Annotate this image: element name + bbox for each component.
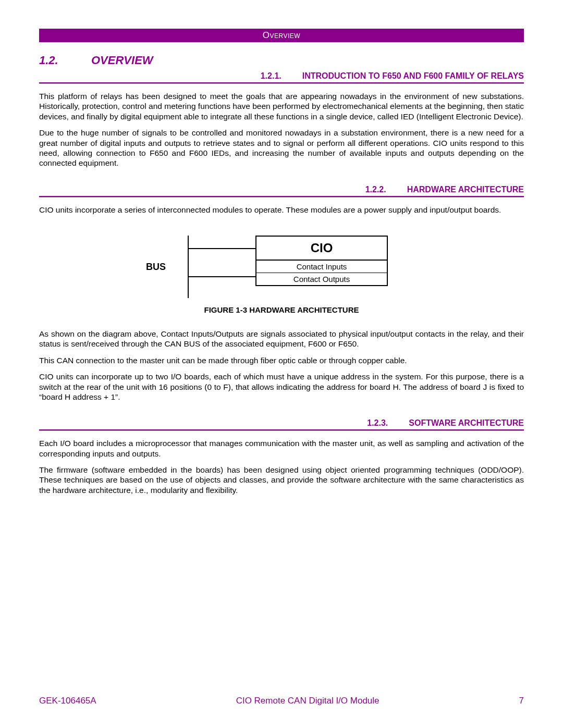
paragraph: As shown on the diagram above, Contact I… xyxy=(39,329,524,349)
subheading-1: 1.2.1.INTRODUCTION TO F650 AND F600 FAMI… xyxy=(39,71,524,81)
subheading-2-number: 1.2.2. xyxy=(365,185,386,194)
footer-page-number: 7 xyxy=(519,696,524,706)
divider xyxy=(39,196,524,198)
paragraph: The firmware (software embedded in the b… xyxy=(39,465,524,495)
divider xyxy=(39,82,524,84)
section-heading: 1.2.OVERVIEW xyxy=(39,54,524,67)
figure-cio-row-inputs: Contact Inputs xyxy=(256,261,387,273)
paragraph: CIO units incorporate a series of interc… xyxy=(39,205,524,215)
figure-cio-box: CIO Contact Inputs Contact Outputs xyxy=(255,236,388,286)
section-title: OVERVIEW xyxy=(91,54,153,67)
footer-doc-id: GEK-106465A xyxy=(39,696,96,706)
section-number: 1.2. xyxy=(39,54,91,67)
figure-cio-title: CIO xyxy=(256,237,387,261)
figure-hardware-architecture: BUS CIO Contact Inputs Contact Outputs F… xyxy=(39,236,524,314)
figure-connector-line xyxy=(188,276,255,277)
subheading-2: 1.2.2.HARDWARE ARCHITECTURE xyxy=(39,185,524,194)
figure-bus-label: BUS xyxy=(146,262,166,273)
figure-cio-row-outputs: Contact Outputs xyxy=(256,273,387,285)
subheading-3-title: SOFTWARE ARCHITECTURE xyxy=(409,418,524,427)
subheading-3: 1.2.3.SOFTWARE ARCHITECTURE xyxy=(39,418,524,428)
figure-connector-line xyxy=(188,248,255,249)
footer-doc-title: CIO Remote CAN Digital I/O Module xyxy=(236,696,380,706)
divider xyxy=(39,429,524,431)
paragraph: Each I/O board includes a microprocessor… xyxy=(39,438,524,459)
subheading-2-title: HARDWARE ARCHITECTURE xyxy=(407,185,524,194)
paragraph: This platform of relays has been designe… xyxy=(39,91,524,121)
figure-caption: FIGURE 1-3 HARDWARE ARCHITECTURE xyxy=(39,305,524,314)
subheading-3-number: 1.2.3. xyxy=(367,418,388,427)
subheading-1-title: INTRODUCTION TO F650 AND F600 FAMILY OF … xyxy=(302,71,524,80)
paragraph: This CAN connection to the master unit c… xyxy=(39,355,524,365)
page-footer: GEK-106465A CIO Remote CAN Digital I/O M… xyxy=(39,696,524,706)
subheading-1-number: 1.2.1. xyxy=(261,71,282,80)
paragraph: CIO units can incorporate up to two I/O … xyxy=(39,372,524,402)
page-header-bar: Overview xyxy=(39,29,524,42)
paragraph: Due to the huge number of signals to be … xyxy=(39,128,524,168)
figure-bus-line xyxy=(188,236,189,298)
